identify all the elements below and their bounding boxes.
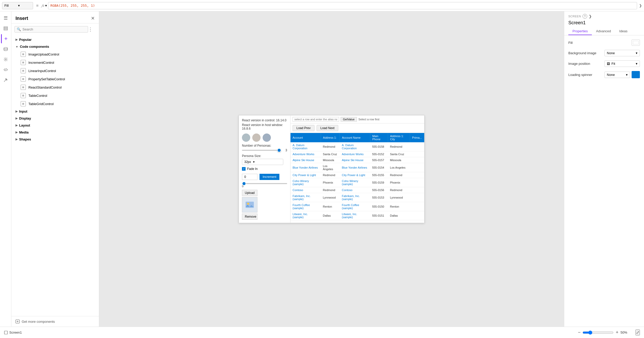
- item-label: ImageUploadControl: [28, 52, 59, 56]
- code-icon[interactable]: [1, 65, 10, 74]
- table-cell: [410, 172, 424, 178]
- zoom-controls: − + 50% ⤢: [578, 329, 640, 335]
- table-cell: City Power & Light: [340, 172, 370, 178]
- table-cell: Alpine Ski House: [340, 157, 370, 163]
- section-media[interactable]: ▶ Media: [11, 129, 99, 136]
- canvas-area[interactable]: React version in control: 16.14.0 React …: [99, 11, 564, 327]
- screen-tab[interactable]: Screen1: [4, 331, 22, 334]
- fill-swatch-button[interactable]: [632, 40, 640, 46]
- table-cell: 555-0150: [370, 202, 388, 211]
- section-input[interactable]: ▶ Input: [11, 108, 99, 115]
- table-cell: Lynnwood: [321, 193, 340, 202]
- section-display[interactable]: ▶ Display: [11, 115, 99, 122]
- table-row[interactable]: A. Datum CorporationRedmondA. Datum Corp…: [290, 142, 424, 151]
- close-insert-panel-button[interactable]: ✕: [91, 15, 95, 21]
- zoom-in-button[interactable]: +: [616, 330, 618, 335]
- zoom-out-button[interactable]: −: [578, 330, 581, 335]
- list-item[interactable]: ⊞ TableGridControl: [11, 100, 99, 108]
- table-row[interactable]: Blue Yonder AirlinesLos AngelesBlue Yond…: [290, 163, 424, 172]
- section-layout[interactable]: ▶ Layout: [11, 122, 99, 129]
- image-position-dropdown[interactable]: 🖼 Fit ▾: [604, 60, 640, 67]
- table-cell: 555-0159: [370, 178, 388, 187]
- list-item[interactable]: ⊞ IncrementControl: [11, 58, 99, 67]
- chevron-right-icon: ▶: [15, 138, 18, 141]
- chevron-right-icon: ▶: [15, 38, 18, 41]
- settings-icon[interactable]: [1, 55, 10, 64]
- expand-formula-icon[interactable]: ❯: [639, 4, 642, 7]
- item-label: ReactStandardControl: [28, 85, 62, 89]
- fullscreen-button[interactable]: ⤢: [635, 329, 640, 335]
- dropdown-chevron-icon: ▾: [636, 62, 638, 66]
- table-row[interactable]: City Power & LightRedmondCity Power & Li…: [290, 172, 424, 178]
- layers-icon[interactable]: [1, 24, 10, 33]
- personas-slider-thumb[interactable]: [277, 148, 281, 152]
- upload-button[interactable]: Upload: [242, 190, 257, 196]
- database-icon[interactable]: [1, 44, 10, 54]
- data-table-wrapper[interactable]: Account Address 1: Account Name Main Pho…: [290, 133, 424, 223]
- search-input[interactable]: [22, 27, 86, 31]
- right-chevron-icon[interactable]: ❯: [589, 14, 592, 18]
- formula-bar: 𝑓𝑥 ▾: [42, 2, 637, 9]
- table-cell: Contoso: [340, 187, 370, 193]
- persona-size-label: Persona Size:: [242, 154, 287, 158]
- section-shapes[interactable]: ▶ Shapes: [11, 136, 99, 143]
- bottom-bar: Screen1 − + 50% ⤢: [0, 327, 644, 338]
- table-cell: Redmond: [388, 142, 410, 151]
- tools-icon[interactable]: [1, 75, 10, 85]
- svg-rect-1: [4, 28, 7, 29]
- svg-point-3: [4, 48, 7, 49]
- more-options-button[interactable]: ⋮: [88, 27, 93, 32]
- load-prev-button[interactable]: Load Prev: [293, 125, 315, 131]
- table-row[interactable]: Coho Winery (sample)PhoenixCoho Winery (…: [290, 178, 424, 187]
- table-cell: 555-0158: [370, 142, 388, 151]
- section-code-components[interactable]: ▼ Code components: [11, 43, 99, 50]
- table-cell: A. Datum Corporation: [340, 142, 370, 151]
- fill-property-label: Fill: [568, 41, 604, 45]
- help-icon[interactable]: ?: [583, 14, 587, 19]
- load-next-button[interactable]: Load Next: [317, 125, 339, 131]
- table-cell: Missoula: [388, 157, 410, 163]
- table-row[interactable]: Fourth Coffee (sample)RentonFourth Coffe…: [290, 202, 424, 211]
- table-cell: Litware, Inc. (sample): [340, 211, 370, 220]
- tab-ideas[interactable]: Ideas: [615, 28, 632, 35]
- list-item[interactable]: ⊞ PropertySetTableControl: [11, 75, 99, 83]
- fade-in-checkbox[interactable]: ✓: [242, 167, 246, 171]
- table-row[interactable]: Fabrikam, Inc. (sample)LynnwoodFabrikam,…: [290, 193, 424, 202]
- formula-input[interactable]: [48, 2, 637, 9]
- table-cell: Lynnwood: [388, 193, 410, 202]
- increment-input[interactable]: [242, 174, 257, 180]
- hamburger-menu-icon[interactable]: ☰: [1, 13, 10, 23]
- list-item[interactable]: ⊞ ReactStandardControl: [11, 83, 99, 91]
- top-toolbar: Fill ▾ = 𝑓𝑥 ▾ ❯: [0, 0, 644, 11]
- loading-spinner-color-swatch[interactable]: [632, 71, 640, 78]
- get-value-button[interactable]: GetValue: [341, 117, 357, 122]
- right-panel-tabs: Properties Advanced Ideas: [568, 28, 640, 35]
- tab-properties[interactable]: Properties: [568, 28, 592, 35]
- fill-dropdown[interactable]: Fill ▾: [2, 2, 33, 9]
- table-cell: [410, 178, 424, 187]
- alias-input[interactable]: [293, 117, 339, 122]
- table-row[interactable]: Alpine Ski HouseMissoulaAlpine Ski House…: [290, 157, 424, 163]
- zoom-slider[interactable]: [583, 331, 614, 335]
- table-row[interactable]: Adventure WorksSanta CruzAdventure Works…: [290, 151, 424, 157]
- list-item[interactable]: ⊞ TableControl: [11, 91, 99, 100]
- background-image-dropdown[interactable]: None ▾: [604, 50, 640, 56]
- add-icon[interactable]: +: [1, 34, 10, 43]
- table-row[interactable]: Litware, Inc. (sample)DallasLitware, Inc…: [290, 211, 424, 220]
- remove-button[interactable]: Remove: [242, 214, 257, 220]
- section-popular[interactable]: ▶ Popular: [11, 36, 99, 43]
- persona-size-dropdown[interactable]: 32px ▾: [242, 159, 283, 165]
- increment-button[interactable]: Increment: [260, 174, 279, 180]
- range-slider-thumb[interactable]: [242, 182, 246, 186]
- loading-spinner-dropdown[interactable]: None ▾: [604, 72, 630, 78]
- get-more-components-link[interactable]: Get more components: [11, 316, 99, 327]
- list-item[interactable]: ⊞ LinearInputControl: [11, 67, 99, 75]
- tab-advanced[interactable]: Advanced: [592, 28, 615, 35]
- upload-preview-image: [242, 197, 257, 213]
- component-icon: ⊞: [21, 93, 26, 98]
- list-item[interactable]: ⊞ ImageUploadControl: [11, 50, 99, 58]
- table-cell: [410, 211, 424, 220]
- screen-name: Screen1: [568, 20, 640, 26]
- table-cell: Redmond: [388, 187, 410, 193]
- table-row[interactable]: ContosoRedmondContoso555-0156Redmond: [290, 187, 424, 193]
